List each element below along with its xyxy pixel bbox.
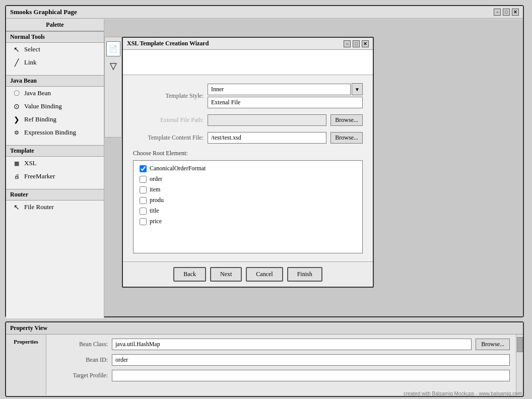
root-element-item-5: title [140, 207, 356, 215]
root-checkbox-6[interactable] [140, 218, 147, 225]
close-button[interactable]: ✕ [512, 9, 519, 16]
root-label-3: item [150, 186, 160, 193]
sidebar-item-file-router[interactable]: ↖ File Router [6, 201, 104, 214]
root-checkbox-3[interactable] [140, 186, 147, 193]
java-bean-icon: 〇 [12, 89, 21, 98]
sidebar-item-label-ref-binding: Ref Binding [24, 115, 56, 123]
bean-class-row: Bean Class: Browse... [52, 339, 510, 350]
freemarker-icon: 🖨 [12, 172, 21, 181]
xsl-icon: ▦ [12, 159, 21, 168]
scrollbar-thumb[interactable] [517, 337, 523, 352]
wizard-close-button[interactable]: ✕ [362, 40, 369, 47]
root-checkbox-4[interactable] [140, 197, 147, 204]
select-icon: ↖ [12, 45, 21, 54]
sidebar-item-java-bean[interactable]: 〇 Java Bean [6, 87, 104, 100]
root-checkbox-1[interactable] [140, 165, 147, 172]
wizard-restore-button[interactable]: □ [353, 40, 360, 47]
select-arrow-icon[interactable]: ▼ [352, 83, 363, 95]
template-style-controls: ▼ Extenal File [208, 83, 363, 108]
sidebar-item-freemarker[interactable]: 🖨 FreeMarker [6, 170, 104, 183]
target-profile-input[interactable] [112, 370, 510, 381]
property-view-header: Property View [6, 322, 523, 335]
template-content-input[interactable] [208, 132, 326, 144]
properties-tab[interactable]: Properties [6, 335, 46, 395]
wizard-form: Template Style: ▼ Extenal File Extenal F… [123, 75, 373, 261]
template-content-row: Template Content File: Browse... [133, 132, 363, 144]
app-title: Smooks Graphical Page [10, 8, 77, 16]
palette-header: Palette [6, 19, 104, 31]
root-element-list: CanonicalOrderFormat order item pro [133, 160, 363, 253]
root-label-2: order [150, 175, 162, 183]
external-file-path-label: Extenal File Path: [133, 116, 204, 124]
wizard-titlebar-controls: − □ ✕ [344, 40, 369, 47]
property-scrollbar[interactable] [516, 335, 523, 395]
next-button[interactable]: Next [210, 267, 242, 282]
sidebar-item-select[interactable]: ↖ Select [6, 43, 104, 56]
root-label-4: produ [150, 196, 164, 204]
restore-button[interactable]: □ [503, 9, 510, 16]
app-titlebar: Smooks Graphical Page − □ ✕ [6, 6, 523, 19]
sidebar-item-expression-binding[interactable]: ⚙ Expression Binding [6, 126, 104, 139]
wizard-dialog: XSL Template Creation Wizard − □ ✕ Templ… [122, 37, 374, 288]
doc-sidebar: 📄 ▽ [104, 37, 122, 138]
file-router-icon: ↖ [12, 203, 21, 212]
bean-id-label: Bean ID: [52, 356, 108, 364]
back-button[interactable]: Back [173, 267, 206, 282]
sidebar-item-label-select: Select [24, 45, 40, 53]
bean-class-label: Bean Class: [52, 341, 108, 348]
wizard-body: Template Style: ▼ Extenal File Extenal F… [123, 50, 373, 287]
choose-root-label: Choose Root Element: [133, 150, 363, 157]
template-style-input[interactable] [208, 84, 351, 95]
section-router: Router [6, 189, 104, 201]
template-style-label: Template Style: [133, 92, 204, 100]
bean-id-input[interactable] [112, 354, 510, 366]
sidebar-item-xsl[interactable]: ▦ XSL [6, 157, 104, 170]
template-content-label: Template Content File: [133, 134, 204, 142]
sidebar-item-label-java-bean: Java Bean [24, 89, 51, 97]
root-checkbox-5[interactable] [140, 208, 147, 215]
minimize-button[interactable]: − [494, 9, 501, 16]
external-file-path-input[interactable] [208, 114, 326, 126]
wizard-footer: Back Next Cancel Finish [123, 261, 373, 287]
wizard-top-area [123, 50, 373, 75]
property-fields: Bean Class: Browse... Bean ID: Target Pr… [46, 335, 516, 395]
root-label-6: price [150, 218, 162, 225]
sidebar-item-value-binding[interactable]: ⊙ Value Binding [6, 100, 104, 113]
root-element-item-1: CanonicalOrderFormat [140, 165, 356, 172]
titlebar-controls: − □ ✕ [494, 9, 519, 16]
root-checkbox-2[interactable] [140, 176, 147, 183]
sidebar-item-label-link: Link [24, 58, 37, 66]
root-label-5: title [150, 207, 159, 215]
section-normal-tools: Normal Tools [6, 31, 104, 43]
link-icon: ╱ [12, 58, 21, 67]
section-template: Template [6, 145, 104, 157]
browse-button-2[interactable]: Browse... [330, 132, 363, 144]
bean-class-browse-button[interactable]: Browse... [476, 339, 510, 350]
sidebar-item-label-value-binding: Value Binding [24, 102, 62, 110]
finish-button[interactable]: Finish [287, 267, 322, 282]
root-element-item-6: price [140, 218, 356, 225]
cancel-button[interactable]: Cancel [246, 267, 283, 282]
root-element-item-3: item [140, 186, 356, 193]
root-label-1: CanonicalOrderFormat [150, 165, 206, 172]
target-profile-label: Target Profile: [52, 372, 108, 379]
wizard-title: XSL Template Creation Wizard [127, 40, 209, 47]
sidebar-item-label-file-router: File Router [24, 203, 54, 211]
sidebar-item-label-freemarker: FreeMarker [24, 172, 55, 180]
bean-class-input[interactable] [112, 339, 472, 350]
wizard-minimize-button[interactable]: − [344, 40, 351, 47]
external-file-path-row: Extenal File Path: Browse... [133, 114, 363, 126]
sidebar-item-label-xsl: XSL [24, 159, 37, 167]
doc-icon-1[interactable]: 📄 [106, 41, 120, 56]
bean-id-row: Bean ID: [52, 354, 510, 366]
browse-button-1[interactable]: Browse... [330, 114, 363, 126]
section-java-bean: Java Bean [6, 75, 104, 87]
sidebar-item-link[interactable]: ╱ Link [6, 56, 104, 69]
ref-binding-icon: ❯ [12, 115, 21, 124]
root-element-item-2: order [140, 175, 356, 183]
left-panel: Palette Normal Tools ↖ Select ╱ Link Jav… [6, 19, 104, 318]
sidebar-item-label-expression-binding: Expression Binding [24, 128, 76, 137]
doc-arrow-down[interactable]: ▽ [110, 60, 117, 72]
sidebar-item-ref-binding[interactable]: ❯ Ref Binding [6, 113, 104, 126]
template-style-option2: Extenal File [208, 97, 363, 108]
